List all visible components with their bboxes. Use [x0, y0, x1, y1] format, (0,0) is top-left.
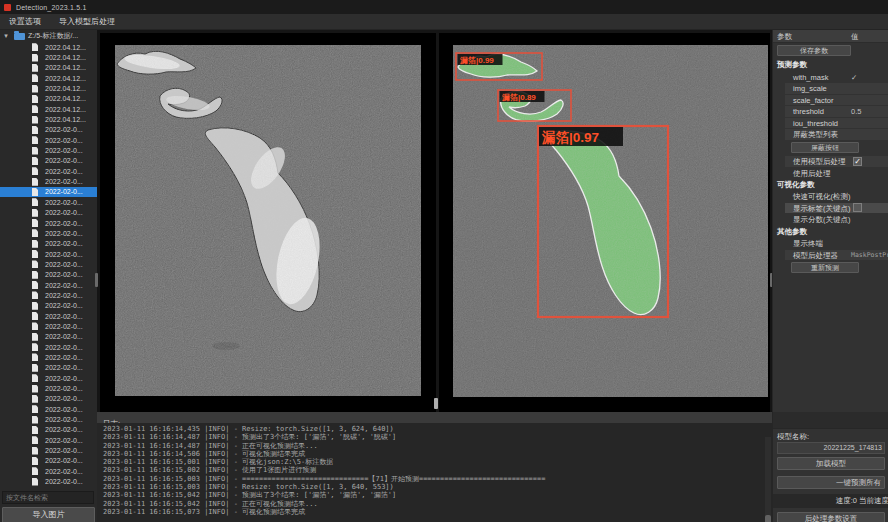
tree-item-label: 2022-02-0... [45, 302, 83, 309]
param-row[interactable]: 显示分数(关键点) [773, 214, 888, 226]
app-logo-icon [4, 4, 11, 11]
param-label: 使用后处理 [793, 169, 831, 179]
file-icon [32, 405, 38, 413]
parameters-table-header: 参数 值 [773, 30, 888, 43]
tree-item[interactable]: 2022-02-0... [0, 321, 97, 331]
tree-expand-icon[interactable]: ▾ [2, 32, 10, 40]
tree-item[interactable]: 2022-02-0... [0, 342, 97, 352]
checkbox-checked[interactable]: ✓ [853, 157, 862, 166]
tree-item[interactable]: 2022.04.12... [0, 42, 97, 52]
param-row[interactable]: 使用后处理 [773, 167, 888, 179]
postprocess-settings-button[interactable]: 后处理参数设置 [777, 512, 885, 522]
tree-item[interactable]: 2022-02-0... [0, 197, 97, 207]
tree-item[interactable]: 2022-02-0... [0, 145, 97, 155]
param-row[interactable]: 屏蔽类型列表 [773, 129, 888, 141]
tree-item[interactable]: 2022-02-0... [0, 187, 97, 197]
model-name-field[interactable]: 20221225_174813 [777, 442, 885, 454]
tree-item[interactable]: 2022-02-0... [0, 414, 97, 424]
prediction-image-panel[interactable]: 漏箔|0.99 漏箔|0.89 漏箔|0.97 [439, 33, 770, 412]
parameters-panel: 参数 值 保存参数 预测参数with_mask✓img_scalescale_f… [772, 30, 888, 522]
file-icon [32, 447, 38, 455]
log-scrollbar-thumb[interactable] [765, 515, 771, 522]
tree-item[interactable]: 2022-02-0... [0, 208, 97, 218]
tree-item[interactable]: 2022-02-0... [0, 125, 97, 135]
tree-item[interactable]: 2022-02-0... [0, 249, 97, 259]
tree-item[interactable]: 2022-02-0... [0, 176, 97, 186]
log-header: 日志: [97, 412, 772, 423]
panel-splitter-handle[interactable] [434, 398, 438, 409]
log-scrollbar[interactable] [765, 437, 771, 522]
tree-item[interactable]: 2022-02-0... [0, 445, 97, 455]
file-tree-items: 2022.04.12...2022.04.12...2022.04.12...2… [0, 42, 97, 488]
tree-item[interactable]: 2022-02-0... [0, 239, 97, 249]
tree-item-label: 2022-02-0... [45, 447, 83, 454]
tree-item[interactable]: 2022-02-0... [0, 259, 97, 269]
tree-item[interactable]: 2022-02-0... [0, 476, 97, 486]
model-name-label: 模型名称: [777, 432, 809, 442]
param-action-button[interactable]: 重新预测 [791, 262, 859, 273]
tree-item[interactable]: 2022-02-0... [0, 311, 97, 321]
tree-item[interactable]: 2022.04.12... [0, 94, 97, 104]
tree-root-folder[interactable]: ▾ Z:/5-标注数据/... [0, 31, 97, 41]
tree-item-label: 2022-02-0... [45, 251, 83, 258]
tree-item[interactable]: 2022-02-0... [0, 332, 97, 342]
checkbox-unchecked[interactable] [853, 203, 862, 212]
tree-item-label: 2022-02-0... [45, 282, 83, 289]
tree-item[interactable]: 2022.04.12... [0, 63, 97, 73]
tree-item[interactable]: 2022-02-0... [0, 456, 97, 466]
tree-item[interactable]: 2022-02-0... [0, 352, 97, 362]
viewer-area: 漏箔|0.99 漏箔|0.89 漏箔|0.97 日志: 2023-01-11 1… [97, 30, 772, 522]
load-model-button[interactable]: 加载模型 [777, 457, 885, 470]
tree-item[interactable]: 2022.04.12... [0, 114, 97, 124]
tree-item[interactable]: 2022.04.12... [0, 83, 97, 93]
file-icon [32, 167, 38, 175]
tree-item[interactable]: 2022-02-0... [0, 290, 97, 300]
tree-item[interactable]: 2022.04.12... [0, 52, 97, 62]
tree-item[interactable]: 2022-02-0... [0, 156, 97, 166]
log-line: 2023-01-11 16:16:15,001 |INFO| - 可视化json… [103, 458, 772, 466]
param-row[interactable]: 快速可视化(检测) [773, 191, 888, 203]
tree-item[interactable]: 2022-02-0... [0, 135, 97, 145]
tree-item[interactable]: 2022-02-0... [0, 280, 97, 290]
param-row[interactable]: 显示终端 [773, 238, 888, 250]
save-params-button[interactable]: 保存参数 [777, 45, 851, 56]
menu-item-import-postprocess[interactable]: 导入模型后处理 [50, 14, 124, 30]
tree-item[interactable]: 2022-02-0... [0, 228, 97, 238]
tree-item[interactable]: 2022-02-0... [0, 218, 97, 228]
tree-item-label: 2022-02-0... [45, 354, 83, 361]
tree-item[interactable]: 2022.04.12... [0, 104, 97, 114]
tree-item[interactable]: 2022-02-0... [0, 383, 97, 393]
param-row[interactable]: scale_factor [773, 94, 888, 106]
tree-item[interactable]: 2022-02-0... [0, 404, 97, 414]
section-divider [773, 412, 888, 429]
menu-item-settings[interactable]: 设置选项 [0, 14, 50, 30]
tree-item[interactable]: 2022-02-0... [0, 363, 97, 373]
param-row[interactable]: 模型后处理器MaskPostPro [773, 249, 888, 261]
tree-item[interactable]: 2022-02-0... [0, 394, 97, 404]
file-icon [32, 291, 38, 299]
original-image-panel[interactable] [100, 33, 436, 412]
original-image [100, 33, 436, 412]
tree-item[interactable]: 2022-02-0... [0, 301, 97, 311]
param-row[interactable]: iou_threshold [773, 117, 888, 129]
param-row[interactable]: threshold0.5 [773, 106, 888, 118]
param-row[interactable]: img_scale [773, 83, 888, 95]
tree-item-label: 2022-02-0... [45, 188, 83, 195]
param-action-button[interactable]: 屏蔽按钮 [791, 142, 859, 153]
import-images-button[interactable]: 导入图片 [2, 507, 95, 522]
predict-all-button[interactable]: 一键预测所有 [777, 476, 885, 489]
param-row[interactable]: 显示标签(关键点) [773, 202, 888, 214]
param-row[interactable]: 使用模型后处理✓ [773, 156, 888, 168]
tree-item-label: 2022-02-0... [45, 199, 83, 206]
tree-item[interactable]: 2022.04.12... [0, 73, 97, 83]
file-icon [32, 74, 38, 82]
tree-item[interactable]: 2022-02-0... [0, 166, 97, 176]
tree-item[interactable]: 2022-02-0... [0, 425, 97, 435]
tree-item[interactable]: 2022-02-0... [0, 435, 97, 445]
tree-item[interactable]: 2022-02-0... [0, 270, 97, 280]
tree-item[interactable]: 2022-02-0... [0, 373, 97, 383]
tree-item[interactable]: 2022-02-0... [0, 466, 97, 476]
search-input[interactable] [2, 491, 94, 504]
param-row[interactable]: with_mask✓ [773, 71, 888, 83]
left-splitter-handle[interactable] [95, 273, 98, 287]
